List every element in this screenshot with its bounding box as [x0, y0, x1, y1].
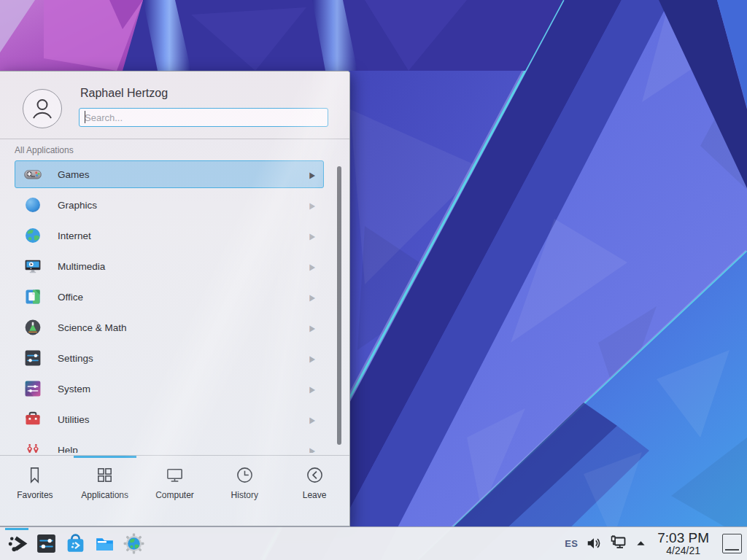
app-category-label: Science & Math — [58, 322, 309, 333]
system-tray: ES 7:03 PM 4 — [565, 531, 747, 556]
system-icon — [23, 379, 42, 398]
app-category-label: Settings — [58, 353, 309, 364]
launcher-tab-bar: FavoritesApplicationsComputerHistoryLeav… — [0, 455, 349, 526]
app-category-label: Help — [58, 445, 309, 454]
taskbar-app-system-settings[interactable] — [31, 527, 61, 560]
submenu-arrow-icon: ▶ — [309, 323, 315, 332]
clock-date: 4/24/21 — [657, 545, 709, 556]
search-input[interactable] — [79, 108, 328, 127]
dolphin-icon — [93, 532, 116, 555]
kicker-icon — [6, 532, 28, 555]
tab-computer[interactable]: Computer — [140, 456, 210, 526]
application-launcher-menu: Raphael Hertzog All Applications Games▶G… — [0, 71, 350, 526]
graphics-icon — [23, 195, 42, 214]
tab-label: Favorites — [17, 490, 53, 500]
user-icon — [28, 94, 57, 123]
help-icon — [23, 440, 42, 453]
internet-icon — [23, 226, 42, 245]
konqueror-icon — [123, 532, 145, 555]
app-category-system[interactable]: System▶ — [15, 375, 324, 402]
tab-leave[interactable]: Leave — [279, 456, 349, 526]
discover-icon — [64, 532, 87, 555]
app-category-science-math[interactable]: Science & Math▶ — [15, 314, 324, 341]
scrollbar-track[interactable] — [337, 163, 341, 451]
app-category-office[interactable]: Office▶ — [15, 283, 324, 311]
text-cursor — [85, 111, 85, 123]
volume-icon[interactable] — [586, 535, 602, 551]
submenu-arrow-icon: ▶ — [309, 201, 315, 210]
launcher-header: Raphael Hertzog — [0, 71, 349, 139]
tab-label: History — [231, 490, 258, 500]
taskbar-app-discover[interactable] — [61, 527, 90, 560]
app-category-internet[interactable]: Internet▶ — [15, 222, 324, 249]
computer-icon — [165, 465, 185, 485]
scrollbar-thumb[interactable] — [337, 166, 341, 445]
submenu-arrow-icon: ▶ — [309, 262, 315, 271]
user-avatar[interactable] — [23, 89, 62, 128]
taskbar-pinned-apps — [0, 527, 148, 560]
network-icon[interactable] — [610, 534, 627, 552]
app-category-settings[interactable]: Settings▶ — [15, 344, 324, 372]
tab-label: Applications — [81, 490, 128, 500]
tab-label: Leave — [303, 490, 327, 500]
app-category-label: Graphics — [58, 200, 309, 211]
keyboard-layout-indicator[interactable]: ES — [565, 538, 578, 549]
app-category-label: Multimedia — [58, 261, 309, 272]
tab-favorites[interactable]: Favorites — [0, 456, 70, 526]
section-label: All Applications — [15, 145, 74, 155]
taskbar: ES 7:03 PM 4 — [0, 526, 747, 560]
tab-applications[interactable]: Applications — [70, 456, 140, 526]
app-category-list: Games▶Graphics▶Internet▶Multimedia▶Offic… — [15, 160, 338, 453]
app-category-label: Games — [58, 169, 309, 180]
user-name: Raphael Hertzog — [80, 87, 168, 100]
settings-icon — [23, 349, 42, 368]
app-category-label: Utilities — [58, 414, 309, 425]
games-icon — [23, 165, 42, 184]
app-category-label: Office — [58, 292, 309, 303]
show-desktop-button[interactable] — [722, 534, 742, 553]
multimedia-icon — [23, 257, 42, 276]
taskbar-app-file-manager[interactable] — [90, 527, 119, 560]
science-icon — [23, 318, 42, 337]
submenu-arrow-icon: ▶ — [309, 354, 315, 363]
app-category-help[interactable]: Help▶ — [15, 436, 324, 453]
taskbar-app-application-launcher[interactable] — [2, 527, 31, 560]
app-category-games[interactable]: Games▶ — [15, 160, 324, 188]
submenu-arrow-icon: ▶ — [309, 384, 315, 394]
expand-tray-icon[interactable] — [635, 538, 646, 549]
office-icon — [23, 287, 42, 306]
submenu-arrow-icon: ▶ — [309, 415, 315, 424]
submenu-arrow-icon: ▶ — [309, 446, 315, 453]
app-category-multimedia[interactable]: Multimedia▶ — [15, 252, 324, 280]
submenu-arrow-icon: ▶ — [309, 292, 315, 302]
app-category-graphics[interactable]: Graphics▶ — [15, 191, 324, 219]
taskbar-app-web-browser[interactable] — [119, 527, 148, 560]
app-category-label: System — [58, 384, 309, 394]
digital-clock[interactable]: 7:03 PM 4/24/21 — [657, 531, 709, 556]
submenu-arrow-icon: ▶ — [309, 231, 315, 241]
history-icon — [235, 465, 255, 485]
submenu-arrow-icon: ▶ — [309, 170, 315, 179]
utilities-icon — [23, 410, 42, 429]
favorites-icon — [25, 465, 44, 485]
app-category-label: Internet — [58, 230, 309, 241]
tab-label: Computer — [155, 490, 194, 500]
applications-icon — [95, 465, 115, 485]
leave-icon — [305, 465, 325, 485]
tab-history[interactable]: History — [209, 456, 279, 526]
clock-time: 7:03 PM — [657, 531, 709, 545]
app-category-utilities[interactable]: Utilities▶ — [15, 405, 324, 433]
systemsettings-icon — [35, 532, 58, 555]
